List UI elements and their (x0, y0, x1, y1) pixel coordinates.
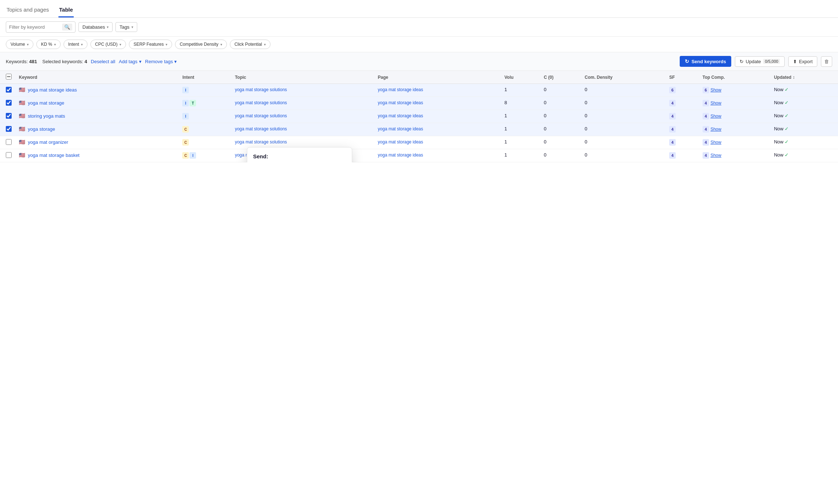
page-link[interactable]: yoga mat storage ideas (378, 87, 423, 92)
keyword-link[interactable]: yoga mat storage (28, 100, 64, 106)
comp-density-filter[interactable]: Competitive Density ▾ (175, 40, 227, 49)
volume-filter[interactable]: Volume ▾ (6, 40, 33, 49)
updated-cell: Now ✓ (770, 84, 838, 97)
keyword-link[interactable]: storing yoga mats (28, 113, 65, 119)
sf-badge: 6 (669, 87, 676, 93)
intent-badge: C (182, 139, 189, 146)
cpc-cell: 0 (540, 97, 581, 110)
search-button[interactable]: 🔍 (62, 24, 72, 31)
serp-filter[interactable]: SERP Features ▾ (129, 40, 172, 49)
delete-button[interactable]: 🗑 (821, 56, 832, 67)
updated-cell: Now ✓ (770, 97, 838, 110)
keywords-table: Keyword Intent Topic Page Volu C (0) Com… (0, 71, 838, 162)
show-link[interactable]: Show (711, 88, 721, 93)
filters-row: 🔍 Databases ▾ Tags ▾ (0, 18, 838, 37)
intent-cell: C (179, 136, 231, 149)
intent-filter[interactable]: Intent ▾ (64, 40, 88, 49)
row-checkbox[interactable] (6, 113, 12, 119)
update-count-badge: 0/5,000 (763, 59, 780, 64)
intent-badge: I (182, 113, 189, 119)
send-keywords-popup: Send: All keywords (481) Only selected (… (247, 147, 352, 162)
kd-filter[interactable]: KD % ▾ (36, 40, 61, 49)
deselect-all-link[interactable]: Deselect all (91, 59, 115, 64)
intent-badge: C (182, 126, 189, 133)
sf-cell: 6 (666, 84, 699, 97)
show-link[interactable]: Show (711, 101, 721, 106)
top-comp-num: 4 (703, 139, 709, 146)
tags-dropdown[interactable]: Tags ▾ (115, 22, 137, 32)
top-comp-num: 4 (703, 126, 709, 133)
cpc-cell: 0 (540, 123, 581, 136)
keyword-link[interactable]: yoga mat organizer (28, 139, 68, 145)
add-tags-link[interactable]: Add tags ▾ (119, 59, 141, 64)
sf-badge: 4 (669, 152, 676, 159)
search-input[interactable] (9, 24, 60, 30)
table-row: 🇺🇸 yoga mat storage ideas I yoga mat sto… (0, 84, 838, 97)
row-checkbox[interactable] (6, 100, 12, 106)
keyword-link[interactable]: yoga mat storage basket (28, 153, 80, 158)
topic-link[interactable]: yoga mat storage solutions (235, 87, 287, 92)
row-checkbox[interactable] (6, 87, 12, 93)
row-checkbox[interactable] (6, 126, 12, 132)
volume-cell: 1 (501, 136, 540, 149)
row-checkbox-cell (0, 136, 15, 149)
sf-cell: 4 (666, 123, 699, 136)
cpc-filter[interactable]: CPC (USD) ▾ (90, 40, 126, 49)
chevron-down-icon: ▾ (220, 42, 222, 46)
keyword-link[interactable]: yoga mat storage ideas (28, 87, 77, 93)
flag-icon: 🇺🇸 (19, 100, 25, 106)
com-density-cell: 0 (581, 136, 666, 149)
show-link[interactable]: Show (711, 153, 721, 158)
updated-cell: Now ✓ (770, 149, 838, 162)
page-cell: yoga mat storage ideas (374, 136, 501, 149)
page-link[interactable]: yoga mat storage ideas (378, 113, 423, 118)
keyword-link[interactable]: yoga storage (28, 126, 55, 132)
col-sf: SF (666, 71, 699, 84)
show-link[interactable]: Show (711, 127, 721, 132)
top-comp-num: 4 (703, 100, 709, 106)
topic-link[interactable]: yoga mat storage solutions (235, 126, 287, 131)
page-link[interactable]: yoga mat storage ideas (378, 126, 423, 131)
keywords-info: Keywords: 481 Selected keywords: 4 (6, 59, 87, 64)
show-link[interactable]: Show (711, 114, 721, 119)
databases-dropdown[interactable]: Databases ▾ (78, 22, 113, 32)
page-link[interactable]: yoga mat storage ideas (378, 139, 423, 145)
row-checkbox-cell (0, 97, 15, 110)
page-link[interactable]: yoga mat storage ideas (378, 153, 423, 158)
top-comp-num: 4 (703, 152, 709, 159)
update-button[interactable]: ↻ Update 0/5,000 (735, 56, 785, 67)
table-wrapper: Keyword Intent Topic Page Volu C (0) Com… (0, 71, 838, 162)
volume-cell: 1 (501, 110, 540, 123)
flag-icon: 🇺🇸 (19, 87, 25, 93)
topic-link[interactable]: yoga mat storage solutions (235, 113, 287, 118)
remove-tags-link[interactable]: Remove tags ▾ (145, 59, 177, 64)
show-link[interactable]: Show (711, 140, 721, 145)
page-cell: yoga mat storage ideas (374, 110, 501, 123)
select-all-checkbox[interactable] (6, 74, 12, 80)
search-wrapper: 🔍 (6, 21, 76, 33)
cpc-cell: 0 (540, 136, 581, 149)
keyword-cell: 🇺🇸 yoga mat storage (15, 97, 179, 110)
click-potential-filter[interactable]: Click Potential ▾ (230, 40, 270, 49)
tab-topics-and-pages[interactable]: Topics and pages (6, 4, 50, 17)
topic-link[interactable]: yoga mat storage solutions (235, 100, 287, 105)
send-keywords-button[interactable]: ↻ Send keywords (680, 56, 731, 67)
chevron-down-icon: ▾ (139, 59, 142, 64)
volume-cell: 1 (501, 149, 540, 162)
top-tabs: Topics and pages Table (0, 0, 838, 18)
tab-table[interactable]: Table (58, 4, 74, 17)
col-cpc: C (0) (540, 71, 581, 84)
export-button[interactable]: ⬆ Export (788, 56, 817, 67)
row-checkbox[interactable] (6, 152, 12, 158)
topic-link[interactable]: yoga mat storage solutions (235, 139, 287, 145)
topic-cell: yoga mat storage solutions (231, 97, 374, 110)
row-checkbox[interactable] (6, 139, 12, 145)
check-icon: ✓ (785, 126, 789, 131)
chevron-down-icon: ▾ (27, 42, 29, 46)
row-checkbox-cell (0, 149, 15, 162)
flag-icon: 🇺🇸 (19, 139, 25, 145)
com-density-cell: 0 (581, 110, 666, 123)
top-comp-num: 6 (703, 87, 709, 93)
page-link[interactable]: yoga mat storage ideas (378, 100, 423, 105)
flag-icon: 🇺🇸 (19, 126, 25, 132)
